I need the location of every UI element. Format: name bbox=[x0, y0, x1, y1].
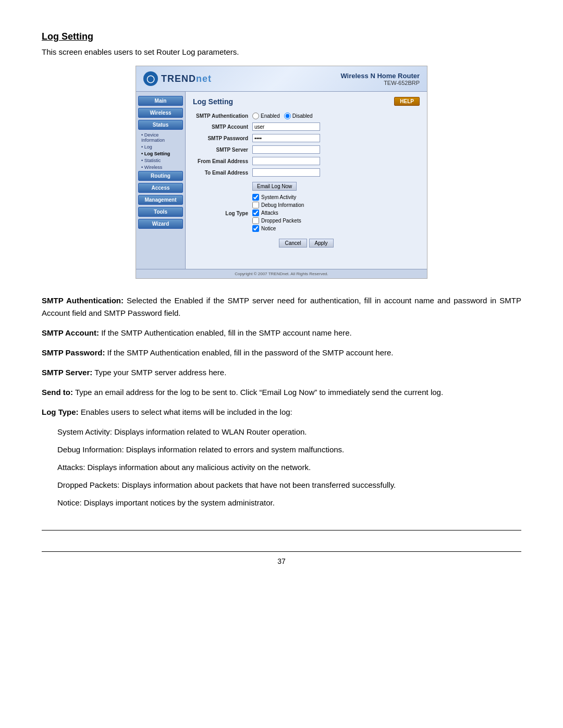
cb-attacks-label: Attacks bbox=[261, 210, 278, 216]
smtp-auth-label: SMTP Authentication bbox=[193, 111, 250, 121]
smtp-password-cell bbox=[250, 132, 420, 144]
page-number: 37 bbox=[42, 551, 521, 565]
content-area: Log Setting HELP SMTP Authentication Ena… bbox=[186, 92, 427, 269]
desc-smtp-account: SMTP Account: If the SMTP Authentication… bbox=[42, 327, 521, 339]
sub-debug-info: Debug Information: Displays information … bbox=[57, 443, 521, 456]
sidebar-btn-main[interactable]: Main bbox=[138, 96, 183, 106]
log-type-dropped-packets[interactable]: Dropped Packets bbox=[252, 217, 418, 224]
sidebar-btn-access[interactable]: Access bbox=[138, 183, 183, 193]
product-name: Wireless N Home Router bbox=[340, 72, 420, 80]
sidebar-btn-wireless[interactable]: Wireless bbox=[138, 108, 183, 118]
smtp-auth-enabled-label[interactable]: Enabled bbox=[252, 113, 280, 119]
sidebar-sub-log-setting[interactable]: • Log Setting bbox=[138, 151, 183, 157]
router-footer: Copyright © 2007 TRENDnet. All Rights Re… bbox=[136, 269, 427, 278]
cb-attacks[interactable] bbox=[252, 209, 259, 216]
action-buttons: Cancel Apply bbox=[193, 239, 420, 248]
cb-system-activity[interactable] bbox=[252, 194, 259, 201]
term-system-activity: System Activity: bbox=[57, 427, 112, 436]
to-email-input[interactable] bbox=[252, 168, 320, 177]
logo-icon: ◯ bbox=[143, 71, 158, 86]
term-notice: Notice: bbox=[57, 498, 82, 507]
term-attacks: Attacks: bbox=[57, 463, 85, 472]
sidebar-btn-status[interactable]: Status bbox=[138, 120, 183, 130]
logo-net: net bbox=[196, 73, 212, 84]
cb-notice-label: Notice bbox=[261, 226, 276, 231]
smtp-auth-disabled-label[interactable]: Disabled bbox=[284, 113, 313, 119]
sidebar-sub-wireless[interactable]: • Wireless bbox=[138, 164, 183, 170]
cb-dropped-packets[interactable] bbox=[252, 217, 259, 224]
smtp-server-label: SMTP Server bbox=[193, 144, 250, 155]
smtp-account-row: SMTP Account bbox=[193, 121, 420, 132]
email-now-button[interactable]: Email Log Now bbox=[252, 182, 297, 191]
term-smtp-account: SMTP Account: bbox=[42, 328, 99, 337]
help-button[interactable]: HELP bbox=[394, 97, 420, 106]
logo-text: TRENDnet bbox=[161, 73, 212, 84]
from-email-label: From Email Address bbox=[193, 155, 250, 167]
log-type-label: Log Type bbox=[193, 192, 250, 235]
content-title: Log Setting bbox=[193, 97, 233, 106]
cb-system-activity-label: System Activity bbox=[261, 194, 296, 200]
sidebar-btn-tools[interactable]: Tools bbox=[138, 207, 183, 217]
intro-text: This screen enables users to set Router … bbox=[42, 47, 521, 56]
to-email-row: To Email Address bbox=[193, 167, 420, 178]
page-divider bbox=[42, 530, 521, 530]
desc-smtp-auth: SMTP Authentication: Selected the Enable… bbox=[42, 294, 521, 319]
router-body: Main Wireless Status • Device Informatio… bbox=[136, 92, 427, 269]
router-ui-screenshot: ◯ TRENDnet Wireless N Home Router TEW-65… bbox=[136, 66, 427, 279]
smtp-auth-disabled-radio[interactable] bbox=[284, 113, 291, 119]
term-smtp-auth: SMTP Authentication: bbox=[42, 296, 124, 305]
desc-smtp-server: SMTP Server: Type your SMTP server addre… bbox=[42, 366, 521, 379]
cb-debug-info-label: Debug Information bbox=[261, 202, 304, 208]
sub-attacks: Attacks: Displays information about any … bbox=[57, 461, 521, 474]
smtp-server-row: SMTP Server bbox=[193, 144, 420, 155]
sidebar-btn-routing[interactable]: Routing bbox=[138, 171, 183, 181]
term-send-to: Send to: bbox=[42, 388, 73, 397]
smtp-server-input[interactable] bbox=[252, 145, 320, 154]
cb-dropped-packets-label: Dropped Packets bbox=[261, 218, 301, 224]
sidebar-sub-device-info[interactable]: • Device Information bbox=[138, 132, 183, 143]
product-model: TEW-652BRP bbox=[340, 80, 420, 86]
smtp-account-label: SMTP Account bbox=[193, 121, 250, 132]
email-now-cell: Email Log Now bbox=[250, 178, 420, 192]
email-now-row: Email Log Now bbox=[193, 178, 420, 192]
apply-button[interactable]: Apply bbox=[309, 239, 334, 248]
log-setting-form: SMTP Authentication Enabled Disabled bbox=[193, 111, 420, 235]
desc-send-to: Send to: Type an email address for the l… bbox=[42, 386, 521, 399]
smtp-account-input[interactable] bbox=[252, 122, 320, 131]
smtp-auth-radios: Enabled Disabled bbox=[252, 113, 418, 119]
sidebar: Main Wireless Status • Device Informatio… bbox=[136, 92, 186, 269]
term-debug-info: Debug Information: bbox=[57, 445, 124, 454]
smtp-auth-enabled-radio[interactable] bbox=[252, 113, 259, 119]
log-type-attacks[interactable]: Attacks bbox=[252, 209, 418, 216]
smtp-auth-disabled-text: Disabled bbox=[292, 113, 313, 119]
sidebar-sub-statistic[interactable]: • Statistic bbox=[138, 157, 183, 164]
sidebar-sub-log[interactable]: • Log bbox=[138, 144, 183, 150]
term-smtp-password: SMTP Password: bbox=[42, 348, 105, 357]
sub-system-activity: System Activity: Displays information re… bbox=[57, 426, 521, 438]
cancel-button[interactable]: Cancel bbox=[279, 239, 307, 248]
from-email-row: From Email Address bbox=[193, 155, 420, 167]
smtp-auth-value: Enabled Disabled bbox=[250, 111, 420, 121]
cb-debug-info[interactable] bbox=[252, 202, 259, 208]
trendnet-logo: ◯ TRENDnet bbox=[143, 71, 212, 86]
log-type-cell: System Activity Debug Information Attack… bbox=[250, 192, 420, 235]
email-now-empty-label bbox=[193, 178, 250, 192]
from-email-input[interactable] bbox=[252, 157, 320, 165]
term-smtp-server: SMTP Server: bbox=[42, 368, 92, 377]
sidebar-btn-wizard[interactable]: Wizard bbox=[138, 219, 183, 229]
smtp-password-row: SMTP Password bbox=[193, 132, 420, 144]
smtp-server-cell bbox=[250, 144, 420, 155]
term-log-type: Log Type: bbox=[42, 408, 79, 416]
content-header: Log Setting HELP bbox=[193, 97, 420, 106]
smtp-password-input[interactable] bbox=[252, 134, 320, 142]
smtp-account-cell bbox=[250, 121, 420, 132]
smtp-auth-row: SMTP Authentication Enabled Disabled bbox=[193, 111, 420, 121]
log-type-debug-info[interactable]: Debug Information bbox=[252, 202, 418, 208]
sub-dropped-packets: Dropped Packets: Displays information ab… bbox=[57, 479, 521, 491]
log-type-checkboxes: System Activity Debug Information Attack… bbox=[252, 194, 418, 232]
sidebar-btn-management[interactable]: Management bbox=[138, 195, 183, 205]
cb-notice[interactable] bbox=[252, 225, 259, 232]
router-product-info: Wireless N Home Router TEW-652BRP bbox=[340, 72, 420, 86]
log-type-system-activity[interactable]: System Activity bbox=[252, 194, 418, 201]
log-type-notice[interactable]: Notice bbox=[252, 225, 418, 232]
